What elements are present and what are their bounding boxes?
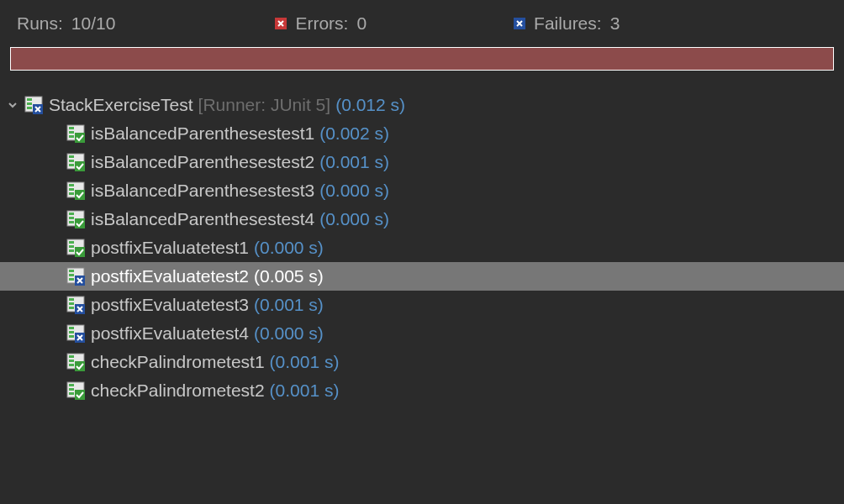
svg-rect-36 [69, 298, 74, 301]
test-name: postfixEvaluatetest1 [91, 238, 249, 258]
failure-badge-icon [514, 18, 525, 29]
test-pass-icon [66, 124, 86, 143]
svg-rect-12 [69, 160, 74, 162]
svg-rect-3 [27, 107, 32, 109]
test-name: isBalancedParenthesestest1 [91, 123, 314, 144]
svg-rect-14 [75, 161, 85, 171]
test-row[interactable]: isBalancedParenthesestest3 (0.000 s) [0, 176, 844, 205]
test-time: (0.001 s) [319, 152, 389, 172]
test-row[interactable]: postfixEvaluatetest4 (0.000 s) [0, 319, 844, 348]
svg-rect-11 [69, 155, 74, 158]
svg-rect-1 [27, 98, 32, 101]
svg-rect-7 [69, 131, 74, 134]
svg-rect-29 [75, 247, 85, 257]
svg-rect-33 [69, 278, 74, 281]
svg-rect-19 [75, 190, 85, 200]
svg-rect-37 [69, 302, 74, 305]
test-name: isBalancedParenthesestest2 [91, 152, 314, 172]
svg-rect-9 [75, 133, 85, 143]
svg-rect-6 [69, 127, 74, 129]
svg-rect-8 [69, 135, 74, 138]
test-row[interactable]: postfixEvaluatetest2 (0.005 s) [0, 262, 844, 291]
svg-rect-27 [69, 245, 74, 248]
suite-time: (0.012 s) [335, 95, 405, 115]
svg-rect-38 [69, 307, 74, 309]
svg-rect-16 [69, 184, 74, 186]
test-time: (0.001 s) [270, 352, 340, 372]
test-time: (0.000 s) [254, 323, 324, 344]
svg-rect-23 [69, 221, 74, 223]
errors-group: Errors: 0 [275, 13, 367, 34]
test-pass-icon [66, 210, 86, 228]
svg-rect-54 [75, 390, 85, 400]
runs-value: 10/10 [71, 13, 116, 34]
test-name: isBalancedParenthesestest3 [91, 181, 314, 201]
test-time: (0.000 s) [254, 238, 324, 258]
svg-rect-13 [69, 164, 74, 166]
test-row[interactable]: isBalancedParenthesestest2 (0.001 s) [0, 148, 844, 176]
test-row[interactable]: checkPalindrometest1 (0.001 s) [0, 348, 844, 376]
svg-rect-49 [75, 361, 85, 371]
test-fail-icon [66, 296, 86, 314]
test-time: (0.002 s) [319, 123, 389, 144]
test-row[interactable]: isBalancedParenthesestest1 (0.002 s) [0, 119, 844, 148]
test-tree[interactable]: StackExerciseTest [Runner: JUnit 5] (0.0… [0, 79, 844, 405]
test-row[interactable]: postfixEvaluatetest3 (0.001 s) [0, 291, 844, 319]
test-pass-icon [66, 353, 86, 371]
test-name: postfixEvaluatetest3 [91, 295, 249, 315]
tree-root-row[interactable]: StackExerciseTest [Runner: JUnit 5] (0.0… [0, 91, 844, 119]
svg-rect-18 [69, 192, 74, 195]
test-row[interactable]: isBalancedParenthesestest4 (0.000 s) [0, 205, 844, 234]
svg-rect-53 [69, 392, 74, 395]
chevron-down-icon[interactable] [7, 99, 18, 111]
runs-group: Runs: 10/10 [17, 13, 115, 34]
failures-group: Failures: 3 [514, 13, 620, 34]
runner-label: [Runner: JUnit 5] [198, 95, 331, 115]
svg-rect-2 [27, 102, 32, 105]
svg-rect-43 [69, 335, 74, 338]
test-row[interactable]: checkPalindrometest2 (0.001 s) [0, 376, 844, 405]
runs-label: Runs: [17, 13, 63, 34]
svg-rect-48 [69, 364, 74, 366]
svg-rect-32 [69, 274, 74, 276]
error-badge-icon [275, 18, 287, 29]
svg-rect-51 [69, 384, 74, 386]
test-pass-icon [66, 381, 86, 400]
svg-rect-28 [69, 249, 74, 252]
test-name: checkPalindrometest2 [91, 381, 265, 401]
test-name: postfixEvaluatetest2 [91, 266, 249, 286]
svg-rect-31 [69, 270, 74, 272]
test-name: postfixEvaluatetest4 [91, 323, 249, 344]
test-name: isBalancedParenthesestest4 [91, 209, 314, 229]
stats-bar: Runs: 10/10 Errors: 0 Failures: 3 [0, 0, 844, 45]
test-suite-fail-icon [24, 96, 44, 114]
svg-rect-22 [69, 217, 74, 219]
test-fail-icon [66, 324, 86, 343]
failures-label: Failures: [534, 13, 602, 34]
test-time: (0.001 s) [254, 295, 324, 315]
test-pass-icon [66, 239, 86, 257]
failures-value: 3 [610, 13, 620, 34]
svg-rect-52 [69, 388, 74, 391]
errors-label: Errors: [295, 13, 348, 34]
test-fail-icon [66, 267, 86, 286]
test-row[interactable]: postfixEvaluatetest1 (0.000 s) [0, 234, 844, 262]
test-pass-icon [66, 181, 86, 200]
progress-container [10, 47, 834, 71]
svg-rect-46 [69, 355, 74, 358]
progress-bar [10, 47, 834, 71]
test-time: (0.000 s) [319, 181, 389, 201]
svg-rect-47 [69, 360, 74, 362]
test-name: checkPalindrometest1 [91, 352, 265, 372]
svg-rect-42 [69, 331, 74, 333]
svg-rect-41 [69, 327, 74, 329]
errors-value: 0 [356, 13, 367, 34]
test-time: (0.001 s) [270, 381, 340, 401]
test-time: (0.000 s) [319, 209, 389, 229]
svg-rect-21 [69, 213, 74, 215]
test-time: (0.005 s) [254, 266, 324, 286]
svg-rect-24 [75, 218, 85, 228]
svg-rect-26 [69, 241, 74, 244]
svg-rect-17 [69, 188, 74, 191]
test-pass-icon [66, 153, 86, 171]
